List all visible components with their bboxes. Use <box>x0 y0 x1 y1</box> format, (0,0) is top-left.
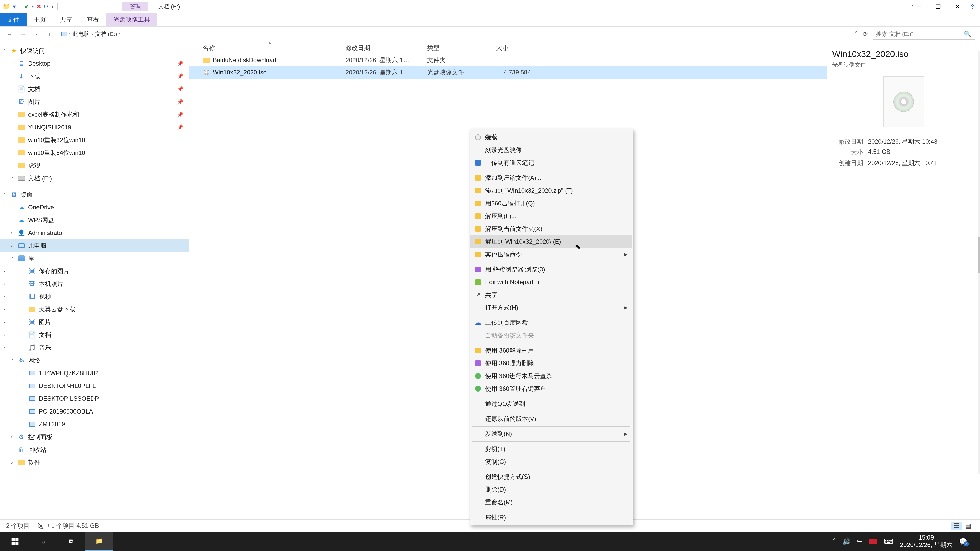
taskbar-clock[interactable]: 15:09 2020/12/26, 星期六 <box>900 534 953 549</box>
tree-quick-access[interactable]: ˅★快速访问 <box>0 44 189 57</box>
maximize-button[interactable]: ❐ <box>928 0 948 13</box>
tab-disc-tools[interactable]: 光盘映像工具 <box>106 13 157 26</box>
file-row[interactable]: Win10x32_2020.iso2020/12/26, 星期六 1…光盘映像文… <box>189 66 827 79</box>
context-menu-item[interactable]: 解压到当前文件夹(X) <box>470 222 632 235</box>
context-menu-item[interactable]: 打开方式(H)▶ <box>470 301 632 314</box>
context-menu-item[interactable]: 解压到 Win10x32_2020\ (E) <box>470 235 632 248</box>
tree-admin[interactable]: ›👤Administrator <box>0 227 189 239</box>
tree-onedrive[interactable]: ☁OneDrive <box>0 201 189 214</box>
column-size[interactable]: 大小 <box>496 44 547 52</box>
context-menu-item[interactable]: 用360压缩打开(Q) <box>470 197 632 210</box>
search-icon[interactable]: 🔍 <box>964 30 972 38</box>
context-menu-item[interactable]: 使用 360解除占用 <box>470 344 632 357</box>
tray-expand-icon[interactable]: ˄ <box>832 537 836 545</box>
tree-item[interactable]: win10重装64位win10 <box>0 146 189 159</box>
refresh-icon[interactable]: ⟳ <box>44 3 49 10</box>
context-menu-item[interactable]: 添加到压缩文件(A)... <box>470 171 632 184</box>
context-menu-item[interactable]: 上传到有道云笔记 <box>470 156 632 169</box>
tree-item[interactable]: ›软件 <box>0 456 189 469</box>
recent-dropdown-icon[interactable]: ▾ <box>32 30 41 39</box>
back-button[interactable]: ← <box>5 30 14 39</box>
chevron-right-icon[interactable]: › <box>119 32 121 37</box>
tab-file[interactable]: 文件 <box>0 13 27 26</box>
tree-recycle[interactable]: 🗑回收站 <box>0 443 189 456</box>
checkmark-icon[interactable]: ✔ <box>24 3 29 10</box>
tree-item[interactable]: DESKTOP-HL0PLFL <box>0 380 189 392</box>
tree-item[interactable]: ›🖼本机照片 <box>0 278 189 290</box>
search-box[interactable]: 🔍 <box>873 29 975 40</box>
context-menu-item[interactable]: 其他压缩命令▶ <box>470 248 632 261</box>
forward-button[interactable]: → <box>18 30 27 39</box>
context-menu-item[interactable]: 使用 360管理右键菜单 <box>470 383 632 395</box>
help-icon[interactable]: ? <box>967 0 977 13</box>
context-menu-item[interactable]: 复制(C) <box>470 455 632 468</box>
context-menu-item[interactable]: 还原以前的版本(V) <box>470 413 632 425</box>
column-name[interactable]: 名称 <box>203 44 345 52</box>
close-button[interactable]: ✕ <box>948 0 967 13</box>
navigation-tree[interactable]: ˅★快速访问 🖥Desktop📌 ⬇下载📌 📄文档📌 🖼图片📌 excel表格制… <box>0 42 189 519</box>
tree-item[interactable]: ›🖼图片 <box>0 316 189 329</box>
volume-icon[interactable]: 🔊 <box>842 537 851 545</box>
up-button[interactable]: ↑ <box>45 30 54 39</box>
tree-item[interactable]: 1H4WPFQ7KZ8HU82 <box>0 367 189 380</box>
chevron-right-icon[interactable]: › <box>92 32 93 37</box>
scrollbar-thumb[interactable] <box>978 237 980 273</box>
tree-item[interactable]: PC-20190530OBLA <box>0 405 189 418</box>
column-type[interactable]: 类型 <box>427 44 496 52</box>
tree-pictures[interactable]: 🖼图片📌 <box>0 95 189 108</box>
context-menu-item[interactable]: 使用 360强力删除 <box>470 357 632 370</box>
tree-this-pc[interactable]: ›此电脑 <box>0 239 189 252</box>
tree-item[interactable]: 虎观 <box>0 159 189 172</box>
tree-item[interactable]: ›天翼云盘下载 <box>0 303 189 316</box>
context-menu-item[interactable]: 装载 <box>470 131 632 144</box>
search-button[interactable]: ⌕ <box>29 532 57 551</box>
notifications-icon[interactable]: 💬2 <box>959 537 967 545</box>
context-menu-item[interactable]: 使用 360进行木马云查杀 <box>470 370 632 383</box>
icons-view-button[interactable]: ▦ <box>963 522 974 530</box>
qat-expand-icon[interactable]: ▾ <box>13 3 16 10</box>
breadcrumb-drive[interactable]: 文档 (E:) <box>95 30 117 38</box>
breadcrumb[interactable]: › 此电脑 › 文档 (E:) › <box>58 29 850 39</box>
chevron-right-icon[interactable]: › <box>69 32 71 37</box>
tree-item[interactable]: ˅文档 (E:) <box>0 172 189 185</box>
file-list[interactable]: 名称 修改日期 类型 大小 BaiduNetdiskDownload2020/1… <box>189 42 827 519</box>
tree-item[interactable]: ZMT2019 <box>0 418 189 430</box>
context-menu-item[interactable]: 解压到(F)... <box>470 210 632 222</box>
context-menu-item[interactable]: 添加到 "Win10x32_2020.zip" (T) <box>470 184 632 197</box>
qat-dropdown-icon[interactable]: ▾ <box>52 5 53 9</box>
context-menu-item[interactable]: 刻录光盘映像 <box>470 144 632 156</box>
tree-downloads[interactable]: ⬇下载📌 <box>0 70 189 83</box>
context-menu-item[interactable]: 删除(D) <box>470 483 632 496</box>
qat-expand-icon[interactable]: ▾ <box>32 5 34 9</box>
refresh-icon[interactable]: ⟳ <box>862 30 868 38</box>
column-date[interactable]: 修改日期 <box>345 44 427 52</box>
context-menu-item[interactable]: 通过QQ发送到 <box>470 397 632 410</box>
address-history-icon[interactable]: ˅ <box>854 30 858 38</box>
context-menu-item[interactable]: Edit with Notepad++ <box>470 276 632 289</box>
context-menu-item[interactable]: 重命名(M) <box>470 496 632 509</box>
tree-item[interactable]: DESKTOP-LSSOEDP <box>0 392 189 405</box>
tree-desktop-root[interactable]: ˅🖥桌面 <box>0 188 189 201</box>
context-menu-item[interactable]: ☁上传到百度网盘 <box>470 316 632 329</box>
tree-item[interactable]: ›📄文档 <box>0 329 189 341</box>
context-menu-item[interactable]: 属性(R) <box>470 511 632 524</box>
scrollbar[interactable] <box>978 51 980 475</box>
task-view-button[interactable]: ⧉ <box>57 532 85 551</box>
breadcrumb-pc-icon[interactable] <box>61 32 67 37</box>
context-menu-item[interactable]: ↗共享 <box>470 289 632 301</box>
tree-libraries[interactable]: ˅库 <box>0 252 189 265</box>
ime-icon[interactable]: 中 <box>857 537 863 545</box>
start-button[interactable] <box>1 532 29 551</box>
context-menu-item[interactable]: 用 蜂蜜浏览器 浏览(3) <box>470 263 632 276</box>
flag-icon[interactable] <box>870 538 877 544</box>
tree-item[interactable]: ›🎞视频 <box>0 290 189 303</box>
details-view-button[interactable]: ☰ <box>951 522 962 530</box>
tab-share[interactable]: 共享 <box>53 13 80 26</box>
tree-documents[interactable]: 📄文档📌 <box>0 83 189 95</box>
explorer-taskbar-button[interactable]: 📁 <box>85 532 113 551</box>
tab-view[interactable]: 查看 <box>80 13 106 26</box>
search-input[interactable] <box>876 31 962 38</box>
ribbon-collapse-icon[interactable]: ˇ <box>912 3 914 11</box>
keyboard-icon[interactable]: ⌨ <box>884 537 894 545</box>
breadcrumb-this-pc[interactable]: 此电脑 <box>73 30 89 38</box>
